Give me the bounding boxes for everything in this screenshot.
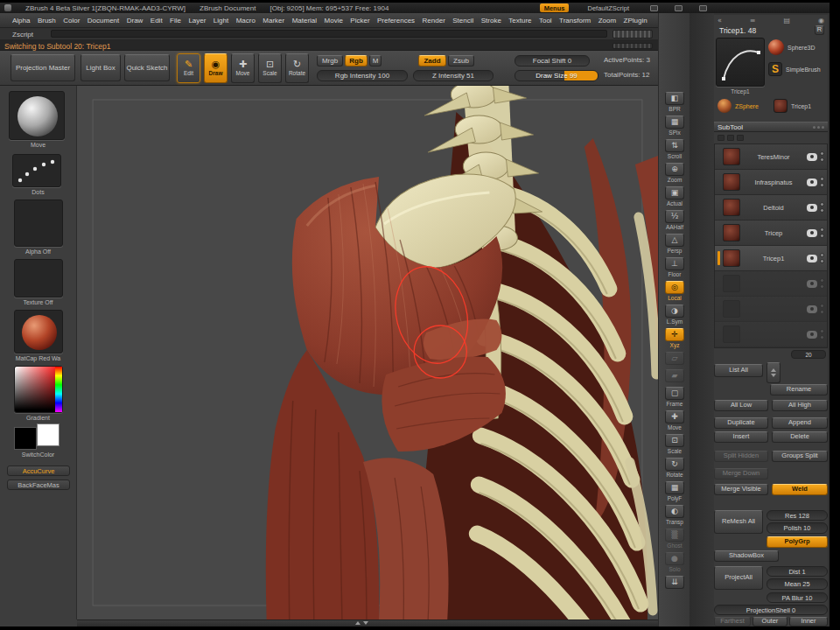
project-all-button[interactable]: ProjectAll xyxy=(714,566,763,590)
right-shelf-button[interactable]: ✚ Move xyxy=(665,410,684,430)
right-shelf-button[interactable]: ▦ SPix xyxy=(665,116,684,136)
visibility-eye-icon[interactable] xyxy=(807,305,817,313)
right-shelf-button[interactable]: ◐ Transp xyxy=(665,505,684,525)
menu-item[interactable]: Edit xyxy=(150,17,163,24)
stroke-button[interactable] xyxy=(12,154,61,187)
duplicate-button[interactable]: Duplicate xyxy=(714,417,768,429)
menu-item[interactable]: Light xyxy=(214,17,228,24)
window-close-icon[interactable] xyxy=(699,5,707,11)
polygrp-button[interactable]: PolyGrp xyxy=(766,536,828,548)
right-shelf-button[interactable]: ▢ Frame xyxy=(665,387,684,407)
projection-master-button[interactable]: Projection Master xyxy=(10,54,75,81)
menu-item[interactable]: Stroke xyxy=(481,17,501,24)
draw-button[interactable]: ◉ Draw xyxy=(204,53,228,83)
quick-pick-simplebrush[interactable]: S SimpleBrush xyxy=(768,62,821,76)
all-high-button[interactable]: All High xyxy=(772,400,828,411)
menus-button[interactable]: Menus xyxy=(540,4,570,12)
subtool-toggles[interactable] xyxy=(820,278,824,289)
subtool-updown-button[interactable] xyxy=(766,362,780,383)
projection-shell-slider[interactable]: ProjectionShell 0 xyxy=(714,605,828,615)
list-all-button[interactable]: List All xyxy=(714,364,763,377)
subtool-down-icon[interactable] xyxy=(771,374,776,377)
menu-item[interactable]: Movie xyxy=(325,17,343,24)
secondary-color-swatch[interactable] xyxy=(37,424,60,446)
right-shelf-button[interactable]: ⇊ xyxy=(665,576,684,590)
rotate-button[interactable]: ↻ Rotate xyxy=(285,53,309,83)
subtool-row[interactable] xyxy=(715,322,827,347)
menu-item[interactable]: Zoom xyxy=(598,17,616,24)
texture-button[interactable] xyxy=(14,259,63,298)
merge-visible-button[interactable]: Merge Visible xyxy=(714,484,768,495)
merge-down-button[interactable]: Merge Down xyxy=(714,468,768,480)
material-button[interactable] xyxy=(14,310,63,354)
rgb-button[interactable]: Rgb xyxy=(345,55,368,66)
default-zscript-button[interactable]: DefaultZScript xyxy=(583,4,634,12)
visibility-eye-icon[interactable] xyxy=(807,229,817,237)
visibility-eye-icon[interactable] xyxy=(807,280,817,288)
all-low-button[interactable]: All Low xyxy=(714,400,768,411)
subtool-section-header[interactable]: SubTool xyxy=(714,122,828,132)
right-shelf-button[interactable]: ◎ Local xyxy=(665,281,684,301)
delete-button[interactable]: Delete xyxy=(772,431,828,443)
quick-pick-tricep1[interactable]: Tricep1 xyxy=(774,99,811,113)
mini-toolbar-icon[interactable] xyxy=(737,135,744,141)
subtool-row[interactable]: TeresMinor xyxy=(715,144,827,170)
res-slider[interactable]: Res 128 xyxy=(766,510,828,521)
right-shelf-button[interactable]: ◑ L.Sym xyxy=(665,304,684,325)
subtool-toggles[interactable] xyxy=(820,177,824,187)
groups-split-button[interactable]: Groups Split xyxy=(772,451,828,462)
main-color-swatch[interactable] xyxy=(14,427,37,450)
quick-pick-zsphere[interactable]: ZSphere xyxy=(718,99,759,113)
right-shelf-button[interactable]: ◧ BPR xyxy=(665,92,684,112)
subtool-row[interactable] xyxy=(715,297,827,322)
zsub-button[interactable]: Zsub xyxy=(448,55,474,66)
subtool-toggles[interactable] xyxy=(820,253,824,263)
right-shelf-button[interactable]: ↻ Rotate xyxy=(665,458,684,478)
menu-item[interactable]: Brush xyxy=(38,17,56,24)
visibility-eye-icon[interactable] xyxy=(807,178,817,186)
right-shelf-button[interactable]: ▰ xyxy=(665,369,684,383)
visibility-eye-icon[interactable] xyxy=(807,204,817,212)
palette-header-icon[interactable]: « xyxy=(718,17,722,24)
menu-item[interactable]: Material xyxy=(292,17,317,24)
subtool-row[interactable]: Deltoid xyxy=(715,195,827,220)
menu-item[interactable]: Render xyxy=(423,17,445,24)
move-button[interactable]: ✚ Move xyxy=(231,53,255,83)
menu-item[interactable]: Draw xyxy=(127,17,144,24)
subtool-row[interactable] xyxy=(715,271,827,297)
tray-divider[interactable] xyxy=(690,13,714,626)
document-canvas[interactable] xyxy=(77,86,658,620)
zscript-handle-icon[interactable] xyxy=(612,30,653,38)
accucurve-button[interactable]: AccuCurve xyxy=(7,466,70,476)
menu-item[interactable]: Document xyxy=(88,17,119,24)
subtool-up-icon[interactable] xyxy=(771,368,776,372)
status-handle-icon[interactable] xyxy=(612,43,653,49)
pa-blur-slider[interactable]: PA Blur 10 xyxy=(766,592,828,603)
menu-item[interactable]: ZPlugin xyxy=(624,17,648,24)
right-shelf-button[interactable]: ½ AAHalf xyxy=(665,210,684,230)
right-shelf-button[interactable]: △ Persp xyxy=(665,234,684,254)
scroll-up-icon[interactable] xyxy=(355,621,360,625)
right-shelf-button[interactable]: ⊥ Floor xyxy=(665,257,684,277)
menu-item[interactable]: Tool xyxy=(539,17,552,24)
edit-button[interactable]: ✎ Edit xyxy=(177,53,200,83)
outer-button[interactable]: Outer xyxy=(752,617,788,626)
menu-item[interactable]: Texture xyxy=(508,17,531,24)
zadd-button[interactable]: Zadd xyxy=(418,55,446,66)
palette-header-icon[interactable]: ≡ xyxy=(750,17,756,24)
restore-config-button[interactable]: R xyxy=(815,25,824,35)
subtool-row[interactable]: Infraspinatus xyxy=(715,170,827,195)
window-minimize-icon[interactable] xyxy=(650,5,658,11)
current-brush-button[interactable] xyxy=(9,91,65,140)
polish-slider[interactable]: Polish 10 xyxy=(766,522,828,534)
subtool-row[interactable]: Tricep xyxy=(715,220,827,246)
draw-size-slider[interactable]: Draw Size 99 xyxy=(514,70,598,81)
mean-slider[interactable]: Mean 25 xyxy=(766,578,828,590)
mini-toolbar-icon[interactable] xyxy=(718,135,724,141)
inner-button[interactable]: Inner xyxy=(789,617,828,626)
right-shelf-button[interactable]: ▒ Ghost xyxy=(665,528,684,549)
menu-item[interactable]: Preferences xyxy=(377,17,415,24)
right-shelf-button[interactable]: ⇅ Scroll xyxy=(665,139,684,159)
mrgb-button[interactable]: Mrgb xyxy=(317,55,343,66)
subtool-toggles[interactable] xyxy=(820,228,824,238)
